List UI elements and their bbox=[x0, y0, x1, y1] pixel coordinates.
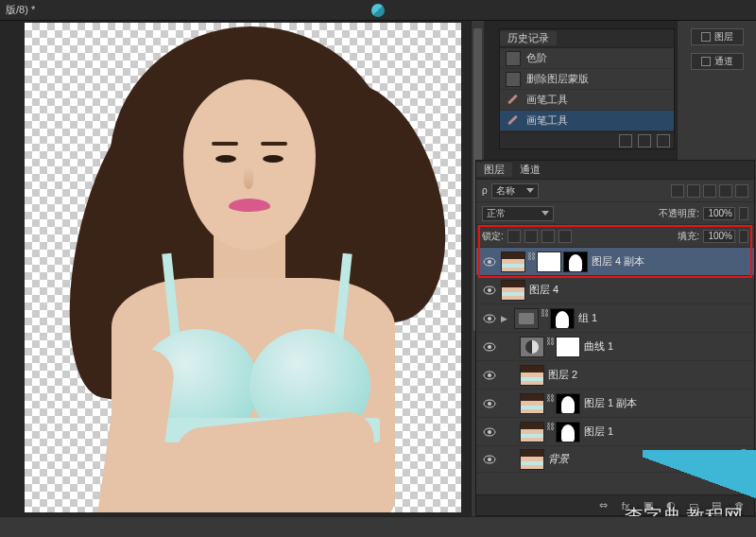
history-item[interactable]: 删除图层蒙版 bbox=[500, 69, 674, 90]
document-canvas[interactable] bbox=[25, 23, 461, 512]
history-item-label: 画笔工具 bbox=[526, 113, 568, 128]
mask-thumbnail[interactable] bbox=[550, 308, 575, 329]
visibility-eye-icon[interactable] bbox=[482, 286, 497, 295]
layer-name[interactable]: 图层 2 bbox=[548, 368, 577, 382]
layer-row[interactable]: ▶⛓组 1 bbox=[476, 304, 754, 333]
layer-thumbnail[interactable] bbox=[520, 393, 544, 414]
layer-thumbnails bbox=[501, 280, 525, 301]
opacity-label: 不透明度: bbox=[659, 207, 699, 220]
mask-thumbnail[interactable] bbox=[537, 251, 561, 272]
opacity-slider-icon[interactable] bbox=[739, 207, 748, 220]
layer-thumbnails bbox=[520, 365, 544, 386]
visibility-eye-icon[interactable] bbox=[482, 455, 497, 464]
layer-name[interactable]: 组 1 bbox=[578, 311, 597, 325]
folder-icon[interactable] bbox=[514, 308, 539, 329]
svg-point-9 bbox=[488, 373, 491, 377]
layer-thumbnail[interactable] bbox=[520, 449, 544, 470]
layer-thumbnails: ⛓ bbox=[514, 308, 575, 329]
layer-row[interactable]: ⛓图层 1 副本 bbox=[476, 390, 754, 418]
history-item[interactable]: 画笔工具 bbox=[500, 111, 674, 131]
layer-name[interactable]: 图层 1 bbox=[584, 424, 613, 439]
history-item[interactable]: 色阶 bbox=[500, 48, 674, 69]
collapsed-channels-button[interactable]: 通道 bbox=[691, 53, 744, 70]
layer-name[interactable]: 图层 1 副本 bbox=[584, 396, 637, 410]
history-footer bbox=[500, 131, 674, 148]
filter-smart-icon[interactable] bbox=[735, 184, 748, 198]
visibility-eye-icon[interactable] bbox=[482, 427, 497, 437]
history-tab[interactable]: 历史记录 bbox=[500, 31, 557, 45]
layer-row[interactable]: 图层 4 bbox=[476, 276, 754, 304]
canvas-viewport[interactable] bbox=[17, 21, 484, 516]
mask-thumbnail[interactable] bbox=[556, 337, 580, 357]
filter-adjust-icon[interactable] bbox=[687, 184, 700, 198]
layer-row[interactable]: ⛓曲线 1 bbox=[476, 333, 754, 361]
blend-mode-dropdown[interactable]: 正常 bbox=[482, 206, 554, 221]
mask-thumbnail[interactable] bbox=[556, 422, 580, 442]
link-icon: ⛓ bbox=[541, 308, 548, 321]
filter-kind-value: 名称 bbox=[496, 184, 515, 198]
layer-name[interactable]: 背景 bbox=[548, 452, 569, 466]
adjustment-icon[interactable] bbox=[520, 337, 544, 357]
collapsed-channels-label: 通道 bbox=[714, 55, 733, 68]
brush-icon bbox=[506, 113, 521, 129]
history-item-label: 画笔工具 bbox=[526, 93, 568, 107]
svg-point-7 bbox=[488, 345, 491, 349]
visibility-eye-icon[interactable] bbox=[482, 342, 497, 352]
layer-thumbnails: ⛓ bbox=[501, 251, 588, 272]
layer-thumbnail[interactable] bbox=[520, 422, 544, 442]
layer-row[interactable]: 图层 2 bbox=[476, 361, 754, 390]
visibility-eye-icon[interactable] bbox=[482, 399, 497, 408]
blend-mode-value: 正常 bbox=[487, 207, 506, 220]
history-menu-icon[interactable] bbox=[657, 134, 670, 147]
link-icon: ⛓ bbox=[546, 393, 554, 407]
layer-row[interactable]: ⛓图层 1 bbox=[476, 418, 754, 446]
link-icon: ⛓ bbox=[546, 422, 554, 435]
blend-opacity-row: 正常 不透明度: bbox=[476, 202, 754, 225]
layer-name[interactable]: 图层 4 bbox=[529, 283, 558, 297]
opacity-input[interactable] bbox=[703, 207, 735, 220]
visibility-eye-icon[interactable] bbox=[482, 314, 497, 323]
levels-icon bbox=[506, 51, 521, 66]
svg-point-15 bbox=[488, 458, 491, 461]
channels-icon bbox=[701, 57, 711, 66]
history-item-label: 删除图层蒙版 bbox=[526, 72, 589, 86]
layer-thumbnail[interactable] bbox=[501, 280, 525, 301]
history-item[interactable]: 画笔工具 bbox=[500, 90, 674, 111]
mask-thumbnail[interactable] bbox=[563, 251, 588, 272]
layer-thumbnail[interactable] bbox=[520, 365, 544, 386]
layer-thumbnails: ⛓ bbox=[520, 337, 580, 357]
app-logo bbox=[368, 4, 388, 17]
layers-tab[interactable]: 图层 bbox=[476, 163, 512, 177]
svg-point-13 bbox=[488, 430, 491, 434]
mask-thumbnail[interactable] bbox=[556, 393, 580, 414]
layer-name[interactable]: 曲线 1 bbox=[584, 339, 613, 354]
swatch-icon bbox=[506, 72, 521, 87]
filter-kind-label: ρ bbox=[482, 185, 488, 196]
group-twisty-icon[interactable]: ▶ bbox=[501, 314, 510, 323]
document-tab[interactable]: 版/8) * bbox=[6, 3, 35, 17]
layers-panel-tabs: 图层 通道 bbox=[476, 161, 754, 180]
svg-point-3 bbox=[488, 288, 491, 292]
svg-point-5 bbox=[488, 317, 491, 320]
history-item-label: 色阶 bbox=[526, 51, 547, 65]
status-bar bbox=[0, 516, 756, 537]
filter-pixel-icon[interactable] bbox=[671, 184, 684, 198]
link-layers-icon[interactable]: ⇔ bbox=[595, 498, 610, 513]
history-panel-tabs: 历史记录 bbox=[500, 29, 674, 48]
collapsed-layers-label: 图层 bbox=[714, 30, 733, 43]
history-delete-icon[interactable] bbox=[638, 134, 651, 147]
history-list: 色阶删除图层蒙版画笔工具画笔工具 bbox=[500, 48, 674, 131]
document-tab-bar: 版/8) * bbox=[0, 0, 756, 21]
collapsed-layers-button[interactable]: 图层 bbox=[691, 28, 744, 45]
channels-tab[interactable]: 通道 bbox=[512, 163, 548, 177]
filter-type-icon[interactable] bbox=[703, 184, 716, 198]
filter-kind-dropdown[interactable]: 名称 bbox=[491, 183, 539, 199]
layer-thumbnails: ⛓ bbox=[520, 393, 580, 414]
filter-shape-icon[interactable] bbox=[719, 184, 732, 198]
layer-thumbnails bbox=[520, 449, 544, 470]
svg-point-11 bbox=[488, 402, 491, 406]
layer-thumbnail[interactable] bbox=[501, 251, 525, 272]
ruler-gutter bbox=[0, 21, 17, 516]
history-new-snapshot-icon[interactable] bbox=[619, 134, 632, 147]
visibility-eye-icon[interactable] bbox=[482, 371, 497, 380]
